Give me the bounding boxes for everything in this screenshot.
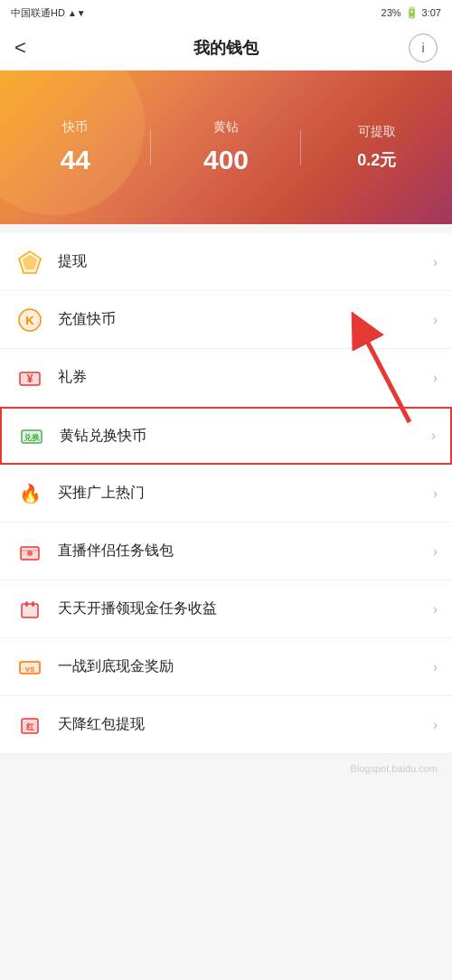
time-text: 3:07	[422, 7, 441, 18]
recharge-icon: K	[14, 305, 45, 335]
menu-item-withdraw[interactable]: 提现 ›	[0, 233, 452, 291]
svg-text:红: 红	[25, 722, 35, 731]
recharge-chevron: ›	[433, 312, 438, 328]
svg-rect-21	[25, 601, 28, 607]
kuaibi-label: 快币	[62, 119, 88, 136]
exchange-icon: 兑换	[16, 420, 47, 451]
partner-chevron: ›	[433, 543, 438, 560]
svg-text:🔥: 🔥	[19, 483, 42, 504]
redpack-text: 天降红包提现	[58, 715, 433, 734]
withdrawable-label: 可提取	[358, 124, 396, 140]
menu-item-redpack[interactable]: 红 天降红包提现 ›	[0, 696, 452, 754]
kuaibi-value: 44	[61, 145, 90, 175]
partner-icon	[14, 536, 45, 567]
svg-rect-9	[22, 430, 42, 443]
redpack-icon: 红	[14, 710, 45, 740]
wallet-withdrawable: 可提取 0.2元	[301, 124, 452, 171]
battery-text: 23%	[381, 7, 401, 18]
menu-item-exchange[interactable]: 兑换 黄钻兑换快币 ›	[0, 407, 452, 465]
daily-icon	[14, 594, 45, 625]
svg-rect-19	[22, 604, 38, 617]
menu-item-promote[interactable]: 🔥 买推广上热门 ›	[0, 465, 452, 523]
menu-item-daily[interactable]: 天天开播领现金任务收益 ›	[0, 580, 452, 638]
daily-text: 天天开播领现金任务收益	[58, 599, 433, 618]
promote-chevron: ›	[433, 485, 438, 502]
exchange-chevron: ›	[431, 428, 436, 444]
info-button[interactable]: i	[409, 33, 438, 62]
battery-icon: 🔋	[405, 6, 419, 19]
partner-text: 直播伴侣任务钱包	[58, 542, 433, 561]
coupon-text: 礼券	[58, 368, 433, 387]
network-text: ▲▼	[68, 8, 86, 18]
promote-icon: 🔥	[14, 478, 45, 509]
status-bar: 中国联通HD ▲▼ 23% 🔋 3:07	[0, 0, 452, 25]
svg-rect-22	[32, 601, 34, 607]
svg-point-17	[27, 551, 33, 556]
coupon-chevron: ›	[433, 370, 438, 386]
status-right: 23% 🔋 3:07	[381, 6, 441, 19]
wallet-kuaibi: 快币 44	[0, 119, 151, 175]
menu-item-partner[interactable]: 直播伴侣任务钱包 ›	[0, 523, 452, 580]
huangzuan-label: 黄钻	[213, 119, 239, 136]
battle-chevron: ›	[433, 659, 438, 675]
withdraw-text: 提现	[58, 252, 433, 271]
coupon-icon: ¥	[14, 363, 45, 393]
back-button[interactable]: <	[14, 36, 43, 60]
withdraw-icon	[14, 247, 45, 278]
svg-text:¥: ¥	[27, 372, 33, 385]
battle-icon: VS	[14, 652, 45, 683]
menu-list: 提现 › K 充值快币 › ¥ 礼券 ›	[0, 233, 452, 754]
huangzuan-value: 400	[203, 145, 249, 175]
menu-item-coupon[interactable]: ¥ 礼券 ›	[0, 349, 452, 407]
svg-rect-10	[22, 430, 42, 443]
svg-text:K: K	[25, 314, 34, 327]
recharge-text: 充值快币	[58, 310, 433, 329]
watermark: Blogspot.baidu.com	[0, 754, 452, 779]
menu-item-recharge[interactable]: K 充值快币 ›	[0, 291, 452, 349]
exchange-text: 黄钻兑换快币	[60, 427, 431, 446]
status-left: 中国联通HD ▲▼	[11, 6, 86, 20]
battle-text: 一战到底现金奖励	[58, 657, 433, 676]
svg-text:兑换: 兑换	[24, 433, 41, 442]
wallet-banner: 快币 44 黄钻 400 可提取 0.2元	[0, 71, 452, 224]
daily-chevron: ›	[433, 601, 438, 617]
withdrawable-value: 0.2元	[357, 149, 396, 171]
withdraw-chevron: ›	[433, 254, 438, 270]
page-title: 我的钱包	[193, 37, 259, 59]
svg-text:VS: VS	[25, 665, 35, 674]
menu-item-battle[interactable]: VS 一战到底现金奖励 ›	[0, 638, 452, 696]
promote-text: 买推广上热门	[58, 484, 433, 503]
wallet-huangzuan: 黄钻 400	[151, 119, 302, 175]
redpack-chevron: ›	[433, 717, 438, 733]
nav-bar: < 我的钱包 i	[0, 25, 452, 71]
carrier-text: 中国联通HD	[11, 6, 65, 20]
